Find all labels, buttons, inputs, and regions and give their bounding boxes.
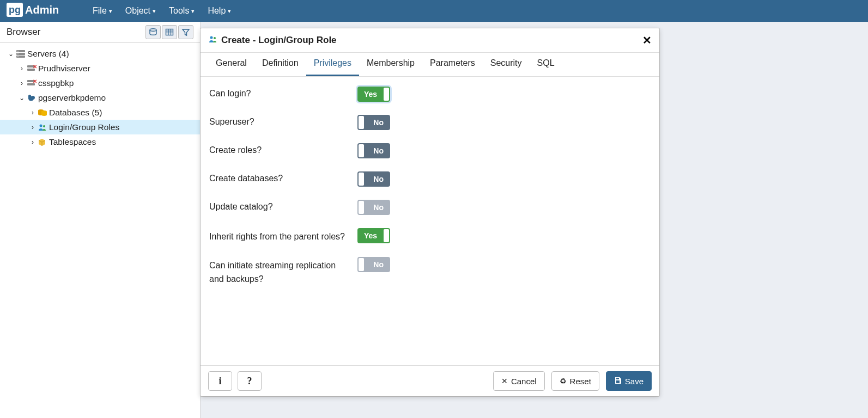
tree-server-pgserverbkpdemo[interactable]: ⌄ pgserverbkpdemo	[0, 90, 200, 105]
roles-icon	[37, 123, 48, 132]
tree-server-prudhvi[interactable]: › ✕ Prudhviserver	[0, 61, 200, 76]
save-button[interactable]: Save	[606, 371, 652, 391]
tree-tablespaces[interactable]: › Tablespaces	[0, 134, 200, 149]
tab-parameters[interactable]: Parameters	[422, 53, 483, 76]
elephant-icon	[26, 94, 37, 102]
label-can-login: Can login?	[209, 87, 357, 99]
tab-security[interactable]: Security	[483, 53, 530, 76]
chevron-down-icon: ⌄	[17, 94, 26, 102]
menu-file[interactable]: File▾	[86, 6, 119, 16]
svg-point-25	[210, 36, 213, 39]
svg-point-26	[214, 37, 216, 39]
recycle-icon: ♻	[560, 377, 567, 385]
info-button[interactable]: i	[208, 371, 232, 391]
create-role-dialog: Create - Login/Group Role ✕ General Defi…	[201, 28, 659, 396]
menubar: pg Admin File▾ Object▾ Tools▾ Help▾	[0, 0, 868, 22]
toggle-superuser[interactable]: No	[357, 115, 390, 130]
server-disconnected-icon: ✕	[26, 64, 37, 73]
label-create-roles: Create roles?	[209, 143, 357, 155]
chevron-right-icon: ›	[28, 138, 37, 146]
cancel-button[interactable]: ✕Cancel	[493, 371, 545, 391]
toggle-create-roles[interactable]: No	[357, 143, 390, 158]
save-icon	[614, 377, 622, 386]
chevron-down-icon: ▾	[191, 8, 195, 15]
svg-text:pg: pg	[9, 4, 21, 15]
tree-login-group-roles[interactable]: › Login/Group Roles	[0, 120, 200, 134]
filter-button[interactable]	[178, 25, 193, 39]
tab-membership[interactable]: Membership	[359, 53, 422, 76]
chevron-down-icon: ⌄	[7, 50, 15, 58]
browser-title: Browser	[7, 27, 40, 38]
label-streaming-replication: Can initiate streaming replication and b…	[209, 257, 357, 286]
close-icon[interactable]: ✕	[642, 34, 652, 47]
help-button[interactable]: ?	[238, 371, 262, 391]
svg-text:✕: ✕	[33, 64, 37, 70]
browser-tree: ⌄ Servers (4) › ✕ Prudhviserver › ✕ cssp…	[0, 43, 200, 149]
svg-rect-4	[166, 29, 173, 35]
chevron-right-icon: ›	[17, 65, 26, 72]
roles-icon	[208, 35, 218, 46]
tab-definition[interactable]: Definition	[254, 53, 306, 76]
svg-point-3	[150, 29, 156, 31]
pgadmin-logo: pg Admin	[7, 3, 71, 19]
label-update-catalog: Update catalog?	[209, 200, 357, 212]
chevron-down-icon: ▾	[228, 8, 231, 15]
svg-point-23	[40, 124, 43, 127]
databases-icon	[37, 108, 48, 117]
tab-sql[interactable]: SQL	[530, 53, 562, 76]
servers-icon	[15, 50, 26, 58]
chevron-down-icon: ▾	[109, 8, 112, 15]
close-icon: ✕	[501, 377, 508, 385]
tab-general[interactable]: General	[208, 53, 254, 76]
reset-button[interactable]: ♻Reset	[551, 371, 599, 391]
label-superuser: Superuser?	[209, 115, 357, 127]
menu-tools[interactable]: Tools▾	[162, 6, 201, 16]
menu-help[interactable]: Help▾	[201, 6, 238, 16]
browser-sidebar: Browser ⌄ Servers (4)	[0, 22, 201, 418]
svg-point-24	[43, 125, 45, 127]
label-inherit-rights: Inherit rights from the parent roles?	[209, 228, 357, 244]
svg-text:✕: ✕	[33, 79, 37, 84]
toggle-can-login[interactable]: Yes	[357, 87, 390, 102]
svg-text:Admin: Admin	[25, 4, 59, 16]
svg-point-13	[17, 53, 19, 54]
tree-server-csspgbkp[interactable]: › ✕ csspgbkp	[0, 76, 200, 90]
tree-databases[interactable]: › Databases (5)	[0, 105, 200, 120]
dialog-title: Create - Login/Group Role	[221, 35, 337, 46]
toggle-inherit-rights[interactable]: Yes	[357, 228, 390, 243]
chevron-right-icon: ›	[17, 79, 26, 87]
svg-point-12	[17, 51, 19, 52]
dialog-tabs: General Definition Privileges Membership…	[201, 53, 659, 77]
svg-point-14	[17, 56, 19, 57]
tablespaces-icon	[37, 138, 48, 146]
label-create-databases: Create databases?	[209, 171, 357, 183]
menu-object[interactable]: Object▾	[119, 6, 162, 16]
query-tool-button[interactable]	[145, 25, 161, 39]
chevron-right-icon: ›	[28, 124, 37, 131]
chevron-right-icon: ›	[28, 109, 37, 116]
toggle-update-catalog: No	[357, 200, 390, 215]
tab-privileges[interactable]: Privileges	[306, 53, 359, 76]
tree-servers[interactable]: ⌄ Servers (4)	[0, 46, 200, 61]
server-disconnected-icon: ✕	[26, 79, 37, 88]
toggle-create-databases[interactable]: No	[357, 171, 390, 187]
view-data-button[interactable]	[162, 25, 177, 39]
toggle-streaming-replication: No	[357, 257, 390, 272]
chevron-down-icon: ▾	[153, 8, 156, 15]
